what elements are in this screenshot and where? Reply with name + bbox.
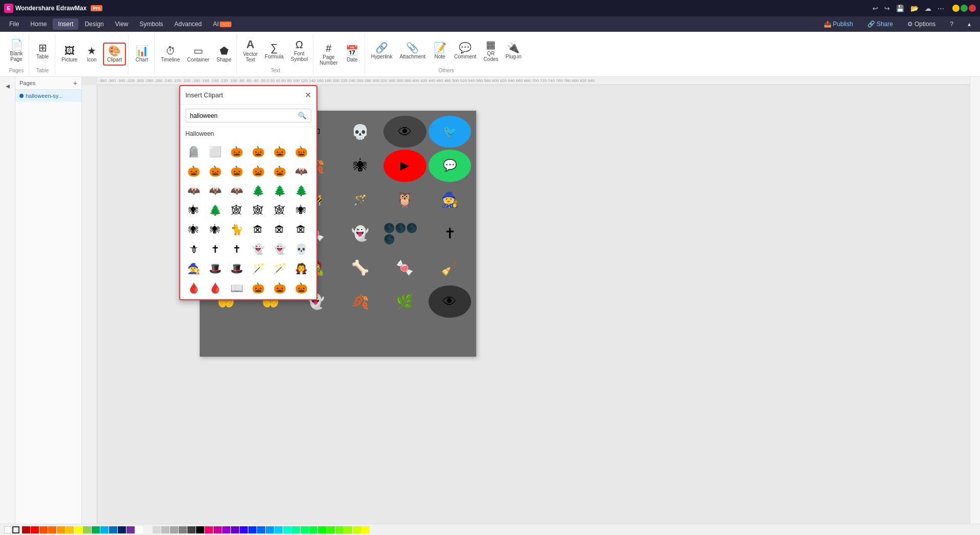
canvas-item[interactable]: 🧙 [429,184,471,216]
clipart-item[interactable]: 🎃 [270,142,289,161]
color-swatch[interactable] [327,526,335,533]
font-symbol-button[interactable]: Ω FontSymbol [288,37,311,64]
clipart-item[interactable]: 🕸 [249,201,267,219]
canvas-item[interactable]: 👁 [429,285,471,317]
blank-page-button[interactable]: 📄 BlankPage [6,37,27,64]
clipart-button[interactable]: 🎨 Clipart [103,43,126,66]
clipart-item[interactable]: 🎃 [249,162,267,180]
clipart-item[interactable]: 🎃 [292,279,310,297]
clipart-item[interactable]: 🎃 [292,142,310,161]
color-swatch[interactable] [266,526,274,533]
maximize-button[interactable] [961,5,968,12]
menu-home[interactable]: Home [25,18,52,30]
color-swatch[interactable] [318,526,326,533]
color-swatch[interactable] [31,526,39,533]
color-swatch[interactable] [57,526,65,533]
options-button[interactable]: ⚙ Options [902,19,941,29]
redo-button[interactable]: ↪ [882,4,892,13]
menu-symbols[interactable]: Symbols [135,18,168,30]
clipart-item[interactable]: 🦇 [184,181,203,200]
panel-toggle[interactable]: ◂ [4,79,12,93]
clipart-item[interactable]: 🏚 [270,220,289,239]
color-swatch[interactable] [222,526,230,533]
color-swatch[interactable] [66,526,74,533]
clipart-item[interactable]: 🧙 [184,259,203,278]
menu-insert[interactable]: Insert [53,18,78,30]
vector-text-button[interactable]: A VectorText [240,37,261,65]
color-swatch[interactable] [205,526,213,533]
clipart-item[interactable]: 🎃 [227,142,246,161]
save-button[interactable]: 💾 [894,4,906,13]
page-number-button[interactable]: # PageNumber [316,41,341,68]
plug-in-button[interactable]: 🔌 Plug-in [502,40,524,61]
comment-button[interactable]: 💬 Comment [451,40,479,61]
canvas-item[interactable]: 💀 [339,116,381,148]
clipart-item[interactable]: 🩸 [206,279,224,297]
color-swatch[interactable] [187,526,196,533]
qr-codes-button[interactable]: ▦ QRCodes [480,37,501,64]
clipart-item[interactable]: ⬜ [206,142,224,161]
canvas-item[interactable]: 🍬 [384,252,426,283]
clipart-item[interactable]: 🎃 [206,162,224,180]
clipart-item[interactable]: 🏚 [249,220,267,239]
color-swatch[interactable] [283,526,291,533]
collapse-button[interactable]: ▴ [963,19,976,29]
table-button[interactable]: ⊞ Table [32,40,53,61]
canvas-item[interactable]: 🌑🌑🌑🌑 [384,218,426,250]
color-swatch[interactable] [274,526,283,533]
popup-close-button[interactable]: ✕ [305,90,311,100]
color-swatch[interactable] [170,526,178,533]
color-swatch[interactable] [214,526,222,533]
menu-advanced[interactable]: Advanced [169,18,207,30]
minimize-button[interactable] [952,5,960,12]
clipart-item[interactable]: 👻 [270,240,289,258]
hyperlink-button[interactable]: 🔗 Hyperlink [368,40,396,61]
clipart-item[interactable]: 🦇 [227,181,246,200]
clipart-item[interactable]: 🌲 [270,181,289,200]
clipart-item[interactable]: 👻 [249,240,267,258]
formula-button[interactable]: ∑ Formula [262,40,287,61]
fill-color-swatch[interactable] [4,526,11,533]
canvas-item[interactable]: 💬 [429,150,471,181]
canvas-item[interactable]: ▶ [384,150,426,181]
search-button[interactable]: 🔍 [294,109,311,122]
canvas-item[interactable]: 🧹 [429,252,471,283]
canvas-item[interactable]: 🦉 [384,184,426,216]
menu-ai[interactable]: AI HOT [208,18,237,30]
clipart-item[interactable]: 🌲 [292,181,310,200]
canvas-drawing[interactable]: 🎃 🪦 🏷 💀 👁 🐦 👻 👻 🍂 🕷 ▶ 💬 💡 🌿 🚧 🪄 🦉 [97,85,970,524]
note-button[interactable]: 📝 Note [430,40,450,61]
canvas-item[interactable]: 🌿 [384,285,426,317]
color-swatch[interactable] [257,526,265,533]
clipart-item[interactable]: 🎃 [270,162,289,180]
color-swatch[interactable] [22,526,30,533]
clipart-item[interactable]: 🎃 [249,279,267,297]
menu-file[interactable]: File [4,18,24,30]
share-button[interactable]: 🔗 Share [862,19,898,29]
color-swatch[interactable] [48,526,56,533]
clipart-item[interactable]: 🎃 [184,162,203,180]
menu-view[interactable]: View [110,18,134,30]
color-swatch[interactable] [248,526,257,533]
color-swatch[interactable] [353,526,361,533]
clipart-item[interactable]: 🎃 [270,279,289,297]
clipart-item[interactable]: 🪦 [184,142,203,161]
canvas-item[interactable]: 👻 [339,218,381,250]
add-page-button[interactable]: + [73,79,77,87]
picture-button[interactable]: 🖼 Picture [58,44,80,65]
clipart-item[interactable]: 🕷 [184,201,203,219]
shape-button[interactable]: ⬟ Shape [214,44,235,65]
color-swatch[interactable] [118,526,126,533]
clipart-item[interactable]: 🪄 [270,259,289,278]
undo-button[interactable]: ↩ [870,4,880,13]
date-button[interactable]: 📅 Date [342,44,363,65]
page-tab-1[interactable]: halloween-sy... [15,90,81,102]
canvas-item[interactable]: 👁 [384,116,426,148]
open-button[interactable]: 📂 [908,4,921,13]
color-swatch[interactable] [153,526,161,533]
color-swatch[interactable] [109,526,117,533]
color-swatch[interactable] [335,526,344,533]
clipart-item[interactable]: 🎃 [227,162,246,180]
timeline-button[interactable]: ⏱ Timeline [158,44,183,65]
help-button[interactable]: ? [945,19,958,29]
